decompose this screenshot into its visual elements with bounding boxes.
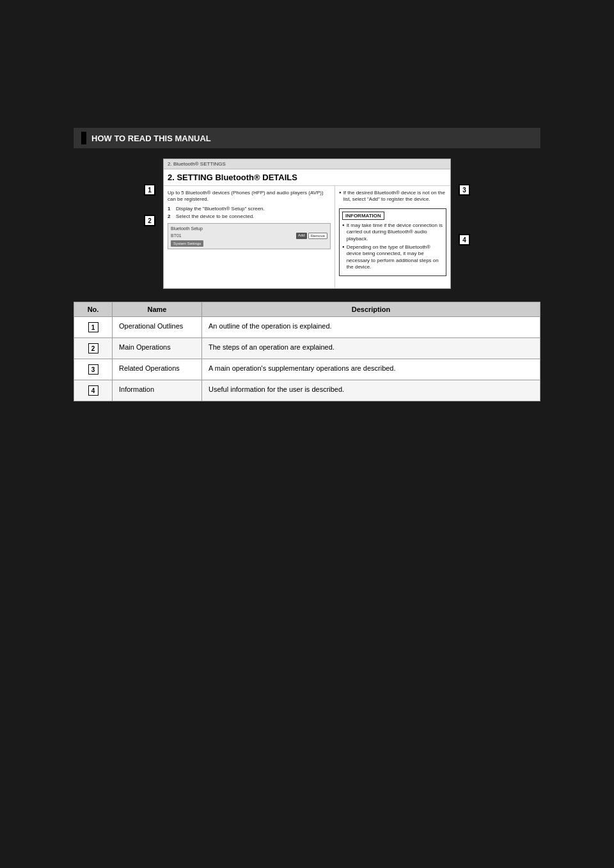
section-header-bar [81, 132, 86, 144]
table-row: 4InformationUseful information for the u… [74, 380, 540, 401]
system-settings-btn: System Settings [171, 240, 203, 247]
inner-list-item: BT01 [171, 233, 296, 238]
screen-inner-mockup: Bluetooth Setup BT01 Add Remove Sys [168, 223, 331, 249]
screen-step-1: 1 Display the "Bluetooth® Setup" screen. [168, 206, 331, 212]
screen-right: If the desired Bluetooth® device is not … [335, 186, 450, 288]
label-2: 2 [144, 215, 155, 226]
screen-body: Up to 5 Bluetooth® devices (Phones (HFP)… [164, 186, 450, 288]
screen-title-bar: 2. Bluetooth® SETTINGS [164, 159, 450, 169]
diagram-area: 1 2 2. Bluetooth® SETTINGS 2. SETTING Bl… [74, 159, 540, 289]
section-header-label: HOW TO READ THIS MANUAL [91, 134, 211, 143]
table-cell-desc-2: The steps of an operation are explained. [202, 338, 540, 359]
info-bullet-1-text: It may take time if the device connectio… [347, 222, 443, 242]
table-cell-name-3: Related Operations [113, 359, 202, 380]
col-header-no: No. [74, 302, 113, 317]
col-header-name: Name [113, 302, 202, 317]
table-cell-name-4: Information [113, 380, 202, 401]
label-3: 3 [459, 184, 470, 196]
table-cell-name-1: Operational Outlines [113, 317, 202, 338]
info-bullet-2: Depending on the type of Bluetooth® devi… [342, 244, 443, 271]
right-bullet-1: If the desired Bluetooth® device is not … [339, 190, 446, 203]
table-cell-desc-4: Useful information for the user is descr… [202, 380, 540, 401]
inner-buttons: Add Remove [296, 233, 327, 239]
table-cell-name-2: Main Operations [113, 338, 202, 359]
right-bullet-1-text: If the desired Bluetooth® device is not … [343, 190, 446, 203]
table-cell-desc-3: A main operation's supplementary operati… [202, 359, 540, 380]
info-bullet-1: It may take time if the device connectio… [342, 222, 443, 242]
screen-mockup: 2. Bluetooth® SETTINGS 2. SETTING Blueto… [163, 159, 451, 289]
step-text-2: Select the device to be connected. [176, 213, 254, 219]
info-bullet-2-text: Depending on the type of Bluetooth® devi… [347, 244, 443, 271]
screen-steps: 1 Display the "Bluetooth® Setup" screen.… [168, 206, 331, 219]
content-area: HOW TO READ THIS MANUAL 1 2 2. Bluetooth… [74, 128, 540, 401]
table-header-row: No. Name Description [74, 302, 540, 317]
add-btn: Add [296, 233, 307, 239]
info-table: No. Name Description 1Operational Outlin… [74, 302, 540, 401]
page: HOW TO READ THIS MANUAL 1 2 2. Bluetooth… [0, 0, 614, 868]
screen-left: Up to 5 Bluetooth® devices (Phones (HFP)… [164, 186, 335, 288]
label-4: 4 [459, 234, 470, 245]
step-text-1: Display the "Bluetooth® Setup" screen. [176, 206, 265, 212]
table-row: 1Operational OutlinesAn outline of the o… [74, 317, 540, 338]
screen-description: Up to 5 Bluetooth® devices (Phones (HFP)… [168, 190, 331, 203]
screen-step-2: 2 Select the device to be connected. [168, 213, 331, 219]
inner-row: BT01 Add Remove [171, 233, 327, 239]
table-cell-no-2: 2 [74, 338, 113, 359]
table-cell-no-4: 4 [74, 380, 113, 401]
remove-btn: Remove [308, 233, 327, 239]
left-labels: 1 2 [144, 184, 155, 226]
step-num-2: 2 [168, 213, 174, 219]
right-labels: 3 4 [459, 184, 470, 245]
diagram-wrapper: 1 2 2. Bluetooth® SETTINGS 2. SETTING Bl… [163, 159, 451, 289]
table-cell-desc-1: An outline of the operation is explained… [202, 317, 540, 338]
step-num-1: 1 [168, 206, 174, 212]
table-cell-no-3: 3 [74, 359, 113, 380]
label-1: 1 [144, 184, 155, 196]
section-header: HOW TO READ THIS MANUAL [74, 128, 540, 148]
table-row: 3Related OperationsA main operation's su… [74, 359, 540, 380]
system-btn-row: System Settings [171, 240, 327, 246]
info-box-title: INFORMATION [342, 212, 384, 220]
info-box: INFORMATION It may take time if the devi… [339, 208, 446, 276]
col-header-desc: Description [202, 302, 540, 317]
table-row: 2Main OperationsThe steps of an operatio… [74, 338, 540, 359]
screen-heading: 2. SETTING Bluetooth® DETAILS [164, 169, 450, 186]
inner-title: Bluetooth Setup [171, 226, 327, 231]
table-cell-no-1: 1 [74, 317, 113, 338]
